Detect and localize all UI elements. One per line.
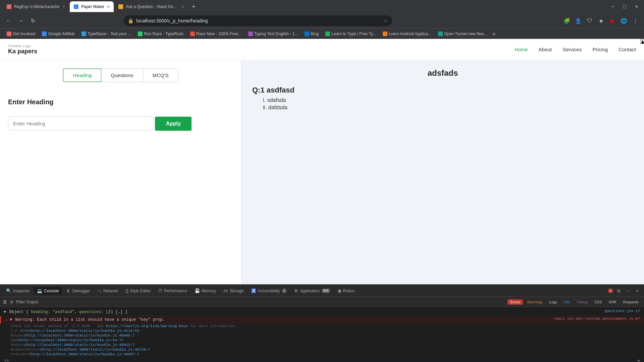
devtools-tab-application[interactable]: ⚙ Application 888 xyxy=(291,287,333,295)
filter-css-button[interactable]: CSS xyxy=(592,299,605,305)
tab-1[interactable]: RegExp \n Metacharacter × xyxy=(3,1,69,12)
filter-warnings-button[interactable]: Warnings xyxy=(524,299,545,305)
tab-bar: RegExp \n Metacharacter × Paper Maker × … xyxy=(0,0,644,13)
bookmark-run-race[interactable]: Run Race - TypeRush xyxy=(135,31,186,37)
bookmark-label: Race Now - 100% Free... xyxy=(196,32,241,36)
tab-title-3: Ask a Question - Stack Overflow xyxy=(126,4,179,9)
bookmark-bing[interactable]: Bing xyxy=(302,31,321,37)
devtools-tab-style-editor[interactable]: {} Style Editor xyxy=(122,287,154,295)
nav-link-about[interactable]: About xyxy=(539,47,552,52)
expand-arrow-2[interactable]: ▶ xyxy=(10,317,12,322)
devtools-tab-storage[interactable]: 🗃 Storage xyxy=(220,287,247,295)
stack-link-5[interactable]: http://localhost:3000/static/js/bundle.j… xyxy=(26,343,135,347)
bookmark-google-admob[interactable]: Google AdMob xyxy=(39,31,77,37)
devtools-tab-accessibility[interactable]: ♿ Accessibility 1 xyxy=(248,287,290,295)
answer-item-2: ii. dafdsda xyxy=(263,105,633,111)
devtools-close-button[interactable]: × xyxy=(633,287,641,295)
stack-link-6[interactable]: http://localhost:3000/static/js/bundle.j… xyxy=(42,348,150,352)
stack-link-2[interactable]: http://localhost:3000/static/js/bundle.j… xyxy=(31,329,139,333)
chrome-icon[interactable]: 🌐 xyxy=(619,16,629,25)
nav-link-contact[interactable]: Contact xyxy=(619,47,636,52)
shield-icon[interactable]: 🛡 xyxy=(585,16,594,25)
bookmark-learn-android[interactable]: Learn Android Applica... xyxy=(380,31,434,37)
content-tabs: Heading Questions MCQ'S xyxy=(63,68,178,82)
tab-mcqs[interactable]: MCQ'S xyxy=(143,69,178,82)
filter-requests-button[interactable]: Requests xyxy=(621,299,641,305)
tab-close-1[interactable]: × xyxy=(62,4,65,9)
bookmark-get-involved[interactable]: Get Involved xyxy=(4,31,38,37)
bookmark-typing-test[interactable]: Typing Test English - 1... xyxy=(246,31,301,37)
bookmark-typeracer[interactable]: TypeRacer - Test your ... xyxy=(79,31,134,37)
devtools-tab-performance[interactable]: ⏱ Performance xyxy=(155,287,191,295)
maximize-button[interactable]: □ xyxy=(620,2,629,11)
url-bar[interactable]: 🔒 localhost:3000/c_p_home/heading ☆ xyxy=(124,15,392,26)
devtools-tab-performance-label: Performance xyxy=(164,289,187,293)
devtools-tab-memory[interactable]: 💾 Memory xyxy=(191,287,219,295)
nav-link-home[interactable]: Home xyxy=(515,47,528,52)
tab-title-2: Paper Maker xyxy=(81,4,104,9)
devtools-console-body: ▶ Object { heading: "asdfasd", questions… xyxy=(0,307,644,361)
close-button[interactable]: × xyxy=(632,2,641,11)
minimize-button[interactable]: − xyxy=(608,2,617,11)
bookmark-favicon xyxy=(305,32,309,36)
filter-logs-button[interactable]: Logs xyxy=(546,299,560,305)
tab-3[interactable]: Ask a Question - Stack Overflow × xyxy=(114,1,188,12)
bookmark-favicon xyxy=(383,32,387,36)
scrollbar-indicator[interactable]: ▲ xyxy=(640,39,644,44)
nav-link-services[interactable]: Services xyxy=(562,47,582,52)
bookmarks-more-button[interactable]: » xyxy=(492,31,495,37)
devtools-tab-inspector[interactable]: 🔍 Inspector xyxy=(3,287,33,295)
filter-info-button[interactable]: Info xyxy=(561,299,573,305)
console-expand-icon[interactable]: ⊞ xyxy=(638,359,640,361)
url-text: localhost:3000/c_p_home/heading xyxy=(136,18,381,23)
apply-button[interactable]: Apply xyxy=(155,117,191,131)
devtools-tab-redux[interactable]: ◉ Redux xyxy=(334,287,358,295)
devtools-copy-button[interactable]: ⧉ xyxy=(614,287,623,295)
filter-icon: 🗑 xyxy=(3,299,7,304)
youtube-icon[interactable]: ▶ xyxy=(608,16,617,25)
expand-arrow-1[interactable]: ▶ xyxy=(4,309,6,314)
stack-link-3[interactable]: http://localhost:3000/static/js/bundle.j… xyxy=(26,334,135,338)
form-label: Enter Heading xyxy=(8,98,192,106)
tab-heading[interactable]: Heading xyxy=(63,68,102,82)
filter-output-label: Filter Output xyxy=(16,300,38,304)
filter-xhr-button[interactable]: XHR xyxy=(606,299,619,305)
bookmark-icon[interactable]: ★ xyxy=(596,16,606,25)
filter-errors-button[interactable]: Errors xyxy=(507,299,523,305)
new-tab-button[interactable]: + xyxy=(189,2,198,11)
tab-close-3[interactable]: × xyxy=(181,4,184,9)
stack-link-4[interactable]: http://localhost:3000/static/js/bundle.j… xyxy=(19,338,123,342)
stack-link-7[interactable]: http://localhost:3000/static/js/bundle.j… xyxy=(31,352,139,356)
profile-icon[interactable]: 👤 xyxy=(574,16,583,25)
filter-debug-button[interactable]: Debug xyxy=(574,299,590,305)
devtools-tab-network[interactable]: ↑↓ Network xyxy=(94,287,121,295)
stack-link-1[interactable]: https://reactjs.org/link/warning-keys xyxy=(106,324,188,328)
bookmark-race-now[interactable]: Race Now - 100% Free... xyxy=(187,31,244,37)
tab-close-2[interactable]: × xyxy=(107,4,110,9)
bookmark-learn-type[interactable]: Learn to Type | Free Ty... xyxy=(323,31,379,37)
reload-button[interactable]: ↻ xyxy=(28,16,38,25)
devtools-tab-console[interactable]: 💻 Console xyxy=(34,287,62,295)
stack-trace-7: Provider@http://localhost:3000/static/js… xyxy=(0,352,644,357)
nav-links: Home About Services Pricing Contact xyxy=(515,47,636,52)
back-button[interactable]: ← xyxy=(4,16,13,25)
menu-icon[interactable]: ⋮ xyxy=(631,16,640,25)
bookmark-label: Google AdMob xyxy=(48,32,74,36)
form-section: Enter Heading Apply xyxy=(8,98,192,131)
devtools-tab-inspector-label: Inspector xyxy=(13,289,30,293)
heading-input[interactable] xyxy=(8,116,154,131)
nav-link-pricing[interactable]: Pricing xyxy=(592,47,608,52)
bookmark-open-tunnel[interactable]: Open Tunnel new files... xyxy=(435,31,490,37)
tab-2[interactable]: Paper Maker × xyxy=(70,1,114,12)
extensions-icon[interactable]: 🧩 xyxy=(562,16,572,25)
question-title: Q:1 asdfasd xyxy=(252,86,633,95)
devtools-more-button[interactable]: ⋯ xyxy=(624,287,632,295)
console-line-1: ▶ Object { heading: "asdfasd", questions… xyxy=(0,308,644,316)
forward-button[interactable]: → xyxy=(16,16,25,25)
console-link-1[interactable]: Questions.jsx:17 xyxy=(604,309,640,313)
devtools-tab-debugger[interactable]: ⏸ Debugger xyxy=(63,287,93,295)
bookmark-label: Learn to Type | Free Ty... xyxy=(331,32,376,36)
tab-questions[interactable]: Questions xyxy=(101,69,143,82)
console-link-2[interactable]: react-jsx-dev-runtime.development.js:87 xyxy=(554,317,640,321)
bookmark-favicon xyxy=(42,32,47,36)
